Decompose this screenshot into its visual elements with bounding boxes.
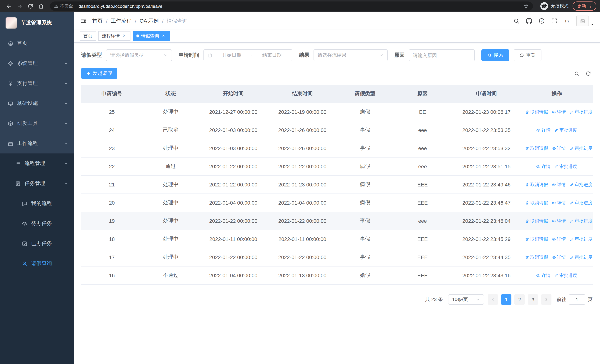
- action-cancel-link[interactable]: 取消请假: [525, 181, 548, 188]
- breadcrumb-separator: /: [106, 18, 107, 24]
- view-icon: [552, 110, 556, 114]
- cell-reason: EEE: [393, 194, 452, 212]
- sidebar-item-infra[interactable]: 基础设施: [0, 93, 74, 113]
- breadcrumb-item[interactable]: 工作流程: [111, 18, 131, 24]
- action-detail-link[interactable]: 详情: [536, 127, 551, 133]
- action-progress-link[interactable]: 审批进度: [554, 163, 577, 169]
- breadcrumb-item[interactable]: 首页: [92, 18, 103, 24]
- fullscreen-button[interactable]: [551, 18, 557, 24]
- edit-icon: [554, 164, 558, 168]
- tab-首页[interactable]: 首页: [80, 31, 96, 41]
- apply-time-label: 申请时间: [179, 52, 199, 59]
- reason-input[interactable]: [409, 49, 475, 61]
- action-detail-link[interactable]: 详情: [552, 218, 566, 224]
- tab-流程详情[interactable]: 流程详情×: [98, 31, 131, 41]
- column-header: 申请时间: [452, 85, 521, 103]
- sidebar-item-home[interactable]: 首页: [0, 33, 74, 53]
- leave-type-select[interactable]: 请选择请假类型: [106, 49, 172, 61]
- sidebar-item-payment[interactable]: 支付管理: [0, 73, 74, 93]
- sidebar-logo[interactable]: 芋道管理系统: [0, 12, 74, 33]
- action-cancel-link[interactable]: 取消请假: [525, 145, 548, 151]
- menu-item-label: 待办任务: [31, 220, 52, 227]
- sidebar-item-task[interactable]: 任务管理: [0, 173, 74, 194]
- bookmark-star-icon[interactable]: [523, 3, 529, 9]
- page-size-value: 10条/页: [452, 296, 468, 303]
- filter-bar: 请假类型 请选择请假类型 申请时间 开始日期 - 结束日期: [81, 49, 593, 61]
- action-label: 审批进度: [575, 145, 593, 151]
- toggle-search-button[interactable]: [574, 71, 580, 76]
- action-progress-link[interactable]: 审批进度: [570, 218, 593, 224]
- refresh-table-button[interactable]: [586, 71, 591, 76]
- sidebar-item-devtools[interactable]: 研发工具: [0, 113, 74, 133]
- action-detail-link[interactable]: 详情: [552, 254, 566, 260]
- action-detail-link[interactable]: 详情: [552, 145, 566, 151]
- browser-home-button[interactable]: [36, 1, 46, 11]
- page-button-2[interactable]: 2: [514, 294, 525, 305]
- close-icon[interactable]: ×: [161, 33, 166, 38]
- create-leave-button[interactable]: 发起请假: [81, 68, 117, 79]
- table-row: 22通过2022-01-22 00:00:002022-01-22 00:00:…: [81, 157, 593, 176]
- apply-time-range-picker[interactable]: 开始日期 - 结束日期: [204, 49, 292, 61]
- action-progress-link[interactable]: 审批进度: [570, 145, 593, 151]
- action-detail-link[interactable]: 详情: [552, 236, 566, 242]
- hamburger-icon: [80, 18, 87, 24]
- browser-back-button[interactable]: [4, 1, 14, 11]
- action-cancel-link[interactable]: 取消请假: [525, 218, 548, 224]
- page-button-3[interactable]: 3: [528, 294, 538, 305]
- browser-reload-button[interactable]: [25, 1, 35, 11]
- sidebar-item-process[interactable]: 流程管理: [0, 153, 74, 173]
- cell-status: 处理中: [142, 212, 199, 230]
- help-button[interactable]: ?: [538, 18, 545, 24]
- sidebar-collapse-button[interactable]: [80, 18, 87, 24]
- action-progress-link[interactable]: 审批进度: [570, 109, 593, 115]
- next-page-button[interactable]: [541, 294, 552, 305]
- action-progress-link[interactable]: 审批进度: [570, 236, 593, 242]
- font-size-button[interactable]: TT: [564, 18, 570, 24]
- action-progress-link[interactable]: 审批进度: [554, 272, 577, 279]
- page-size-select[interactable]: 10条/页: [448, 294, 484, 305]
- sidebar-item-workflow[interactable]: 工作流程: [0, 133, 74, 153]
- sidebar-item-done-task[interactable]: 已办任务: [0, 233, 74, 253]
- action-detail-link[interactable]: 详情: [552, 200, 566, 206]
- cell-status: 不通过: [142, 266, 199, 284]
- menu-item-label: 研发工具: [17, 120, 38, 127]
- close-icon[interactable]: ×: [122, 33, 127, 38]
- action-progress-link[interactable]: 审批进度: [554, 127, 577, 133]
- browser-update-button[interactable]: 更新: [572, 1, 596, 11]
- action-detail-link[interactable]: 详情: [552, 181, 566, 188]
- action-cancel-link[interactable]: 取消请假: [525, 109, 548, 115]
- action-cancel-link[interactable]: 取消请假: [525, 254, 548, 260]
- reset-button[interactable]: 重置: [514, 49, 542, 61]
- svg-text:?: ?: [541, 19, 543, 23]
- sidebar-item-system[interactable]: 系统管理: [0, 53, 74, 73]
- search-button[interactable]: 搜索: [481, 49, 509, 61]
- sidebar-item-todo-task[interactable]: 待办任务: [0, 214, 74, 233]
- action-detail-link[interactable]: 详情: [536, 163, 551, 169]
- sidebar-item-my-process[interactable]: 我的流程: [0, 194, 74, 214]
- user-avatar[interactable]: [576, 16, 594, 26]
- action-progress-link[interactable]: 审批进度: [570, 181, 593, 188]
- tab-请假查询[interactable]: 请假查询×: [133, 31, 170, 41]
- cell-actions: 详情审批进度: [521, 121, 593, 139]
- result-select[interactable]: 请选择流结果: [314, 49, 388, 61]
- action-progress-link[interactable]: 审批进度: [570, 200, 593, 206]
- action-label: 详情: [557, 109, 566, 115]
- header-search-button[interactable]: [513, 18, 520, 24]
- browser-forward-button[interactable]: [14, 1, 24, 11]
- action-cancel-link[interactable]: 取消请假: [525, 236, 548, 242]
- page-button-1[interactable]: 1: [501, 294, 511, 305]
- action-cancel-link[interactable]: 取消请假: [525, 200, 548, 206]
- goto-page-input[interactable]: [569, 294, 585, 305]
- action-label: 详情: [542, 127, 551, 133]
- action-detail-link[interactable]: 详情: [552, 109, 566, 115]
- prev-page-button[interactable]: [488, 294, 498, 305]
- action-detail-link[interactable]: 详情: [536, 272, 551, 279]
- breadcrumb-item[interactable]: OA 示例: [140, 18, 159, 24]
- address-bar[interactable]: 不安全 dashboard.yudao.iocoder.cn/bpm/oa/le…: [50, 1, 533, 11]
- cell-apply-time: 2022-01-22 23:43:16: [452, 266, 521, 284]
- sidebar-item-leave-query[interactable]: 请假查询: [0, 253, 74, 274]
- cell-id: 18: [81, 230, 142, 248]
- github-button[interactable]: [526, 18, 532, 24]
- security-chip[interactable]: 不安全: [54, 3, 73, 9]
- action-progress-link[interactable]: 审批进度: [570, 254, 593, 260]
